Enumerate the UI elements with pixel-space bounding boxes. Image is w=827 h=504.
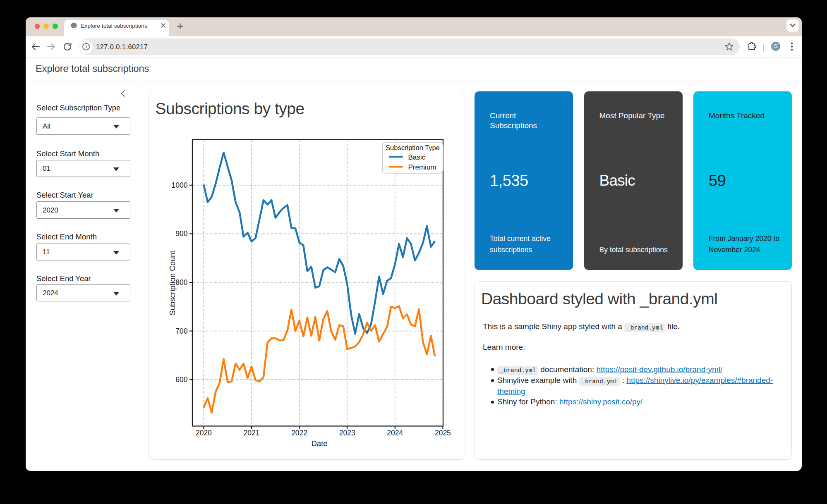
- svg-text:Basic: Basic: [408, 153, 426, 161]
- svg-text:Date: Date: [311, 439, 327, 448]
- svg-text:1000: 1000: [172, 181, 188, 189]
- svg-text:800: 800: [175, 278, 187, 287]
- svg-text:700: 700: [175, 327, 187, 335]
- svg-text:2020: 2020: [196, 429, 212, 437]
- svg-text:2021: 2021: [244, 429, 260, 437]
- svg-text:2023: 2023: [339, 429, 355, 437]
- svg-text:2024: 2024: [387, 429, 403, 437]
- svg-text:600: 600: [175, 375, 187, 384]
- svg-text:2025: 2025: [435, 429, 451, 437]
- svg-text:900: 900: [175, 229, 187, 238]
- svg-text:Subscription Count: Subscription Count: [168, 251, 177, 315]
- svg-text:Premium: Premium: [408, 163, 436, 171]
- svg-text:Subscription Type: Subscription Type: [386, 143, 440, 151]
- svg-text:2022: 2022: [291, 429, 307, 437]
